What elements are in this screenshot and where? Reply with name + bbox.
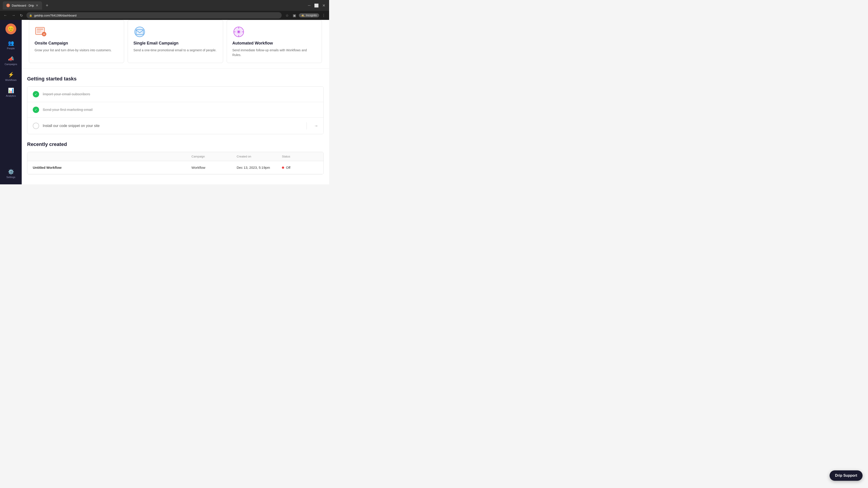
close-window-button[interactable]: ✕ [321,3,327,8]
star-icon[interactable]: ☆ [284,13,290,18]
reload-button[interactable]: ↻ [19,12,24,19]
recently-created-title: Recently created [27,141,324,147]
task-check-done-icon: ✓ [33,107,39,113]
table-row[interactable]: Untitled Workflow Workflow Dec 13, 2023,… [27,161,323,174]
onsite-campaign-card[interactable]: ✉ Onsite Campaign Grow your list and tur… [29,20,124,63]
people-icon: 👥 [8,40,14,46]
svg-rect-2 [37,29,43,30]
svg-rect-3 [37,31,41,31]
main-content: ✉ Onsite Campaign Grow your list and tur… [22,20,329,184]
app-layout: 😊 👥 People 📣 Campaigns ⚡ Workflows 📊 Ana… [0,20,329,184]
tasks-container: ✓ Import your email subscribers ✓ Send y… [27,86,324,134]
new-tab-button[interactable]: + [44,2,50,9]
single-email-card[interactable]: Single Email Campaign Send a one-time pr… [128,20,223,63]
single-email-title: Single Email Campaign [133,41,217,46]
col-header-campaign: Campaign [191,155,237,158]
status-badge: Off [282,166,318,169]
row-campaign-type: Workflow [191,166,237,169]
url-text: getdrip.com/7641396/dashboard [34,14,76,17]
tab-close-button[interactable]: ✕ [36,4,38,7]
active-tab[interactable]: D Dashboard · Drip ✕ [3,1,42,9]
svg-rect-4 [37,32,40,33]
task-label: Import your email subscribers [43,92,318,96]
automated-workflow-title: Automated Workflow [232,41,316,46]
recently-created-section: Recently created Campaign Created on Sta… [22,134,329,174]
sidebar-item-analytics[interactable]: 📊 Analytics [2,86,20,99]
task-check-done-icon: ✓ [33,91,39,97]
incognito-label: Incognito [306,14,317,17]
col-header-name [33,155,191,158]
recently-created-table: Campaign Created on Status Untitled Work… [27,152,324,174]
window-controls: ─ ⬜ ✕ [307,3,327,8]
sidebar-toggle-icon[interactable]: ▣ [291,13,297,18]
automated-workflow-icon [232,26,245,38]
sidebar-item-people[interactable]: 👥 People [2,38,20,52]
incognito-badge: 🕵 Incognito [299,13,319,18]
sidebar-item-label: Campaigns [4,63,17,66]
sidebar-item-label: People [7,47,15,50]
col-header-status: Status [282,155,318,158]
single-email-icon [133,26,146,38]
single-email-desc: Send a one-time promotional email to a s… [133,48,217,53]
sidebar-item-label: Settings [6,176,16,178]
task-arrow-icon[interactable]: → [314,124,318,128]
onsite-campaign-icon: ✉ [35,26,47,38]
status-label: Off [286,166,290,169]
row-status: Off [282,166,318,169]
task-first-email[interactable]: ✓ Send your first marketing email [27,102,323,118]
task-label: Send your first marketing email [43,108,318,112]
automated-workflow-card[interactable]: Automated Workflow Send immediate follow… [227,20,322,63]
sidebar-item-settings[interactable]: ⚙️ Settings [2,167,20,181]
task-code-snippet[interactable]: Install our code snippet on your site → [27,118,323,134]
logo-icon: 😊 [7,26,14,32]
sidebar-item-campaigns[interactable]: 📣 Campaigns [2,54,20,68]
app-logo[interactable]: 😊 [5,24,16,34]
campaign-cards: ✉ Onsite Campaign Grow your list and tur… [22,20,329,69]
minimize-button[interactable]: ─ [307,3,312,8]
lock-icon: 🔒 [29,14,32,17]
sidebar-bottom: ⚙️ Settings [2,167,20,181]
browser-chrome: D Dashboard · Drip ✕ + ─ ⬜ ✕ [0,0,329,11]
incognito-icon: 🕵 [301,14,305,17]
automated-workflow-desc: Send immediate follow-up emails with Wor… [232,48,316,57]
back-button[interactable]: ← [3,12,8,18]
getting-started-title: Getting started tasks [27,76,324,82]
onsite-campaign-desc: Grow your list and turn drive-by visitor… [35,48,119,53]
sidebar-item-label: Analytics [6,94,16,97]
getting-started-section: Getting started tasks ✓ Import your emai… [22,69,329,134]
sidebar-item-workflows[interactable]: ⚡ Workflows [2,70,20,84]
row-name: Untitled Workflow [33,166,191,169]
menu-icon[interactable]: ⋮ [321,13,327,18]
table-header: Campaign Created on Status [27,152,323,161]
maximize-button[interactable]: ⬜ [314,3,319,8]
url-bar[interactable]: 🔒 getdrip.com/7641396/dashboard [26,12,282,19]
tab-title: Dashboard · Drip [12,4,34,7]
forward-button[interactable]: → [11,12,16,18]
row-created-on: Dec 13, 2023, 5:19pm [237,166,282,169]
onsite-campaign-title: Onsite Campaign [35,41,119,46]
toolbar-icons: ☆ ▣ 🕵 Incognito ⋮ [284,13,327,18]
settings-icon: ⚙️ [8,169,14,175]
sidebar: 😊 👥 People 📣 Campaigns ⚡ Workflows 📊 Ana… [0,20,22,184]
analytics-icon: 📊 [8,88,14,94]
svg-text:✉: ✉ [43,33,45,36]
status-dot-off [282,166,284,169]
sidebar-item-label: Workflows [5,78,17,81]
svg-point-13 [238,31,240,33]
task-label: Install our code snippet on your site [43,124,303,128]
campaigns-icon: 📣 [8,56,14,62]
workflows-icon: ⚡ [8,72,14,78]
col-header-created: Created on [237,155,282,158]
tab-favicon: D [6,4,10,7]
task-check-pending-icon [33,123,39,129]
tab-bar: D Dashboard · Drip ✕ + [3,1,305,9]
address-bar: ← → ↻ 🔒 getdrip.com/7641396/dashboard ☆ … [0,11,329,20]
task-import-subscribers[interactable]: ✓ Import your email subscribers [27,87,323,102]
